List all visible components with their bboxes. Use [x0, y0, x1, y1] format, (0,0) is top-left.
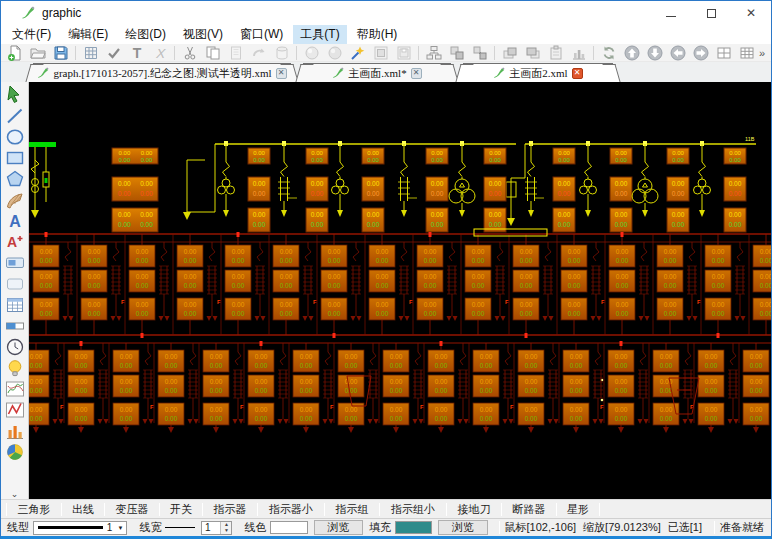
palette-tool-rectangle[interactable] — [3, 147, 27, 168]
toolbar-button-check[interactable] — [102, 44, 125, 62]
svg-text:0.00: 0.00 — [30, 387, 43, 394]
tab-graph-xml[interactable]: graph.[171013-2057].纪念之图.测试半透明.xml✕ — [33, 63, 291, 82]
palette-tool-polygon[interactable] — [3, 168, 27, 189]
palette-tool-bulb[interactable] — [3, 357, 27, 378]
toolbar-button-table-split[interactable] — [712, 44, 735, 62]
palette-tool-bar-chart[interactable] — [3, 420, 27, 441]
nav-left-icon — [670, 45, 686, 61]
toolbar-button-paste[interactable] — [224, 44, 247, 62]
palette-tool-fan[interactable] — [3, 189, 27, 210]
toolbar-button-pin-board[interactable] — [544, 44, 567, 62]
toolbar-button-refresh[interactable] — [597, 44, 620, 62]
menu-edit[interactable]: 编辑(E) — [61, 25, 115, 44]
chevron-down-icon[interactable]: ▼ — [114, 522, 126, 534]
line-width-input[interactable]: 1 ▲▼ — [201, 521, 233, 535]
toolbar-button-save-frame[interactable] — [392, 44, 415, 62]
shape-button-5[interactable]: 指示器小 — [259, 501, 323, 518]
line-color-browse-button[interactable]: 浏览 — [314, 520, 363, 535]
palette-tool-panel[interactable] — [3, 273, 27, 294]
palette-tool-clock[interactable] — [3, 336, 27, 357]
toolbar-button-new-file[interactable] — [3, 44, 26, 62]
shape-button-0[interactable]: 三角形 — [8, 501, 60, 518]
tab-close-icon[interactable]: ✕ — [572, 68, 583, 79]
maximize-button[interactable] — [691, 1, 731, 25]
toolbar-button-open-folder[interactable] — [26, 44, 49, 62]
menu-draw[interactable]: 绘图(D) — [118, 25, 173, 44]
tab-close-icon[interactable]: ✕ — [411, 68, 422, 79]
svg-text:0.00: 0.00 — [345, 415, 358, 422]
tab-main2-xml[interactable]: 主画面2.xml✕ — [463, 63, 613, 82]
cut-icon — [182, 45, 198, 61]
menu-file[interactable]: 文件(F) — [5, 25, 58, 44]
line-type-sample — [38, 526, 103, 529]
palette-tool-line-chart[interactable] — [3, 399, 27, 420]
save-frame-icon — [396, 45, 412, 61]
toolbar-button-flowchart[interactable] — [422, 44, 445, 62]
line-color-swatch[interactable] — [270, 521, 307, 534]
toolbar-button-nav-left[interactable] — [666, 44, 689, 62]
shape-button-3[interactable]: 开关 — [161, 501, 201, 518]
toolbar-button-save-image[interactable] — [369, 44, 392, 62]
toolbar-button-grid[interactable] — [79, 44, 102, 62]
spinner-buttons[interactable]: ▲▼ — [220, 522, 231, 534]
toolbar-button-magic-wand[interactable] — [346, 44, 369, 62]
drawing-canvas[interactable]: 0.000.000.000.000.000.000.000.000.000.00… — [29, 82, 771, 499]
svg-text:0.00: 0.00 — [300, 387, 313, 394]
palette-tool-curve-chart[interactable] — [3, 378, 27, 399]
shape-button-7[interactable]: 指示组小 — [381, 501, 445, 518]
toolbar-button-column-chart[interactable] — [567, 44, 590, 62]
shape-button-4[interactable]: 指示器 — [204, 501, 256, 518]
toolbar-button-sphere-a[interactable] — [300, 44, 323, 62]
minimize-button[interactable] — [651, 1, 691, 25]
toolbar-separator — [296, 46, 297, 60]
fill-color-swatch[interactable] — [395, 521, 432, 534]
tab-close-icon[interactable]: ✕ — [276, 68, 287, 79]
line-type-select[interactable]: 1 ▼ — [33, 521, 127, 535]
palette-tool-pie-chart[interactable] — [3, 441, 27, 462]
shape-button-9[interactable]: 断路器 — [503, 501, 555, 518]
menu-help[interactable]: 帮助(H) — [350, 25, 405, 44]
palette-tool-progress[interactable] — [3, 315, 27, 336]
palette-tool-button-widget[interactable] — [3, 252, 27, 273]
menu-view[interactable]: 视图(V) — [176, 25, 230, 44]
toolbar-button-ungroup-shapes[interactable] — [468, 44, 491, 62]
toolbar-button-group-shapes[interactable] — [445, 44, 468, 62]
toolbar-button-copy[interactable] — [201, 44, 224, 62]
toolbar-button-table-grid[interactable] — [735, 44, 758, 62]
palette-more-icon[interactable]: ⌄ — [11, 488, 19, 499]
toolbar-button-send-back[interactable] — [521, 44, 544, 62]
shape-button-10[interactable]: 星形 — [558, 501, 598, 518]
toolbar-overflow-icon[interactable]: » — [759, 47, 765, 59]
toolbar-button-text[interactable]: T — [125, 44, 148, 62]
close-button[interactable]: ✕ — [731, 1, 771, 25]
toolbar-button-nav-up[interactable] — [620, 44, 643, 62]
palette-tool-text-a-plus[interactable]: A — [3, 231, 27, 252]
shape-button-2[interactable]: 变压器 — [106, 501, 158, 518]
menu-tools[interactable]: 工具(T) — [293, 25, 346, 44]
toolbar-button-cut[interactable] — [178, 44, 201, 62]
svg-text:0.00: 0.00 — [136, 257, 149, 264]
palette-tool-table-widget[interactable] — [3, 294, 27, 315]
shape-button-8[interactable]: 接地刀 — [448, 501, 500, 518]
shape-button-1[interactable]: 出线 — [63, 501, 103, 518]
toolbar-button-nav-down[interactable] — [643, 44, 666, 62]
line-type-label: 线型 — [7, 520, 29, 535]
window-controls: ✕ — [651, 1, 771, 25]
ellipse-icon — [5, 127, 25, 147]
menu-window[interactable]: 窗口(W) — [233, 25, 290, 44]
palette-tool-line[interactable] — [3, 105, 27, 126]
toolbar-button-redo[interactable] — [247, 44, 270, 62]
palette-tool-select[interactable] — [3, 84, 27, 105]
toolbar-button-bring-front[interactable] — [498, 44, 521, 62]
tab-main-xml[interactable]: 主画面.xml*✕ — [303, 63, 451, 82]
palette-tool-text-a[interactable]: A — [3, 210, 27, 231]
toolbar-button-sphere-b[interactable] — [323, 44, 346, 62]
fill-browse-button[interactable]: 浏览 — [438, 520, 487, 535]
shape-button-6[interactable]: 指示组 — [326, 501, 378, 518]
svg-text:0.00: 0.00 — [712, 248, 725, 255]
toolbar-button-database[interactable] — [270, 44, 293, 62]
palette-tool-ellipse[interactable] — [3, 126, 27, 147]
toolbar-button-save[interactable] — [49, 44, 72, 62]
toolbar-button-nav-right[interactable] — [689, 44, 712, 62]
toolbar-button-italic[interactable]: X — [148, 44, 171, 62]
